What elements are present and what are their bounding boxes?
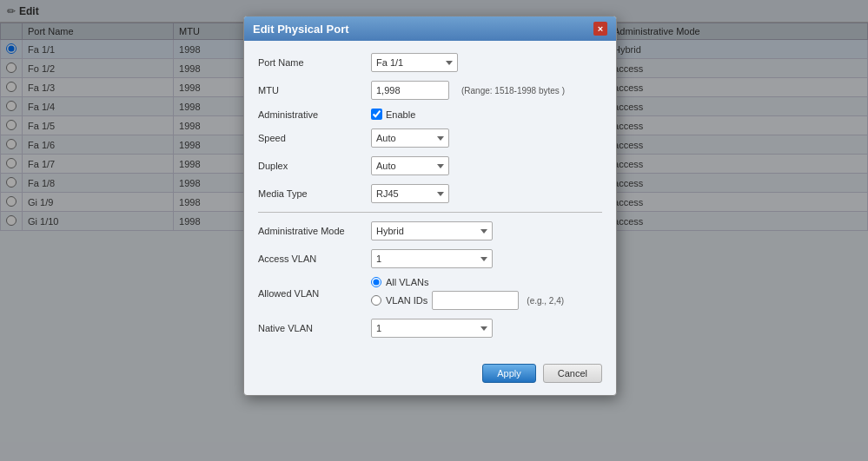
edit-physical-port-dialog: Edit Physical Port × Port Name Fa 1/1 MT… bbox=[243, 16, 617, 396]
cancel-button[interactable]: Cancel bbox=[543, 364, 602, 383]
mtu-row: MTU (Range: 1518-1998 bytes ) bbox=[258, 81, 602, 100]
separator bbox=[258, 212, 602, 213]
mtu-hint: (Range: 1518-1998 bytes ) bbox=[461, 86, 565, 95]
vlan-ids-hint: (e.g., 2,4) bbox=[527, 296, 564, 306]
dialog-title: Edit Physical Port bbox=[253, 23, 349, 36]
administrative-control: Enable bbox=[371, 109, 602, 120]
speed-row: Speed Auto 10 100 1000 bbox=[258, 128, 602, 148]
duplex-control: Auto Full Half bbox=[371, 156, 602, 175]
enable-checkbox[interactable] bbox=[371, 109, 382, 120]
vlan-ids-radio[interactable] bbox=[371, 295, 381, 306]
allowed-vlan-ids: VLAN IDs (e.g., 2,4) bbox=[371, 291, 564, 310]
port-name-select[interactable]: Fa 1/1 bbox=[371, 53, 458, 72]
dialog-body: Port Name Fa 1/1 MTU (Range: 1518-1998 b… bbox=[244, 41, 616, 357]
access-vlan-control: 1 2 3 bbox=[371, 249, 602, 268]
administrative-label: Administrative bbox=[258, 109, 371, 120]
admin-mode-label: Administrative Mode bbox=[258, 226, 371, 236]
mtu-input[interactable] bbox=[371, 81, 449, 100]
access-vlan-select[interactable]: 1 2 3 bbox=[371, 249, 493, 268]
vlan-ids-label: VLAN IDs bbox=[386, 295, 427, 306]
admin-mode-select[interactable]: Hybrid Access Trunk bbox=[371, 221, 493, 240]
administrative-row: Administrative Enable bbox=[258, 109, 602, 120]
allowed-vlan-all: All VLANs bbox=[371, 277, 564, 287]
native-vlan-select[interactable]: 1 2 3 bbox=[371, 319, 493, 338]
all-vlans-label: All VLANs bbox=[386, 277, 429, 287]
speed-label: Speed bbox=[258, 133, 371, 143]
native-vlan-row: Native VLAN 1 2 3 bbox=[258, 319, 602, 338]
speed-select[interactable]: Auto 10 100 1000 bbox=[371, 128, 449, 148]
native-vlan-control: 1 2 3 bbox=[371, 319, 602, 338]
media-type-label: Media Type bbox=[258, 188, 371, 199]
media-type-row: Media Type RJ45 SFP bbox=[258, 184, 602, 203]
admin-mode-control: Hybrid Access Trunk bbox=[371, 221, 602, 240]
allowed-vlan-row: Allowed VLAN All VLANs VLAN IDs (e.g., 2… bbox=[258, 277, 602, 310]
duplex-label: Duplex bbox=[258, 161, 371, 171]
allowed-vlan-radio-group: All VLANs VLAN IDs (e.g., 2,4) bbox=[371, 277, 564, 310]
mtu-label: MTU bbox=[258, 85, 371, 95]
duplex-row: Duplex Auto Full Half bbox=[258, 156, 602, 175]
all-vlans-radio[interactable] bbox=[371, 277, 381, 287]
dialog-footer: Apply Cancel bbox=[244, 357, 616, 395]
admin-mode-row: Administrative Mode Hybrid Access Trunk bbox=[258, 221, 602, 240]
port-name-label: Port Name bbox=[258, 57, 371, 68]
enable-checkbox-label[interactable]: Enable bbox=[371, 109, 415, 120]
port-name-row: Port Name Fa 1/1 bbox=[258, 53, 602, 72]
media-type-select[interactable]: RJ45 SFP bbox=[371, 184, 449, 203]
allowed-vlan-control: All VLANs VLAN IDs (e.g., 2,4) bbox=[371, 277, 602, 310]
mtu-control: (Range: 1518-1998 bytes ) bbox=[371, 81, 602, 100]
access-vlan-label: Access VLAN bbox=[258, 254, 371, 264]
speed-control: Auto 10 100 1000 bbox=[371, 128, 602, 148]
port-name-control: Fa 1/1 bbox=[371, 53, 602, 72]
allowed-vlan-label: Allowed VLAN bbox=[258, 288, 371, 299]
apply-button[interactable]: Apply bbox=[482, 364, 536, 383]
media-type-control: RJ45 SFP bbox=[371, 184, 602, 203]
dialog-title-bar: Edit Physical Port × bbox=[244, 16, 616, 41]
dialog-close-button[interactable]: × bbox=[593, 22, 607, 36]
duplex-select[interactable]: Auto Full Half bbox=[371, 156, 449, 175]
enable-label: Enable bbox=[386, 109, 415, 120]
access-vlan-row: Access VLAN 1 2 3 bbox=[258, 249, 602, 268]
vlan-ids-input[interactable] bbox=[432, 291, 519, 310]
native-vlan-label: Native VLAN bbox=[258, 323, 371, 333]
